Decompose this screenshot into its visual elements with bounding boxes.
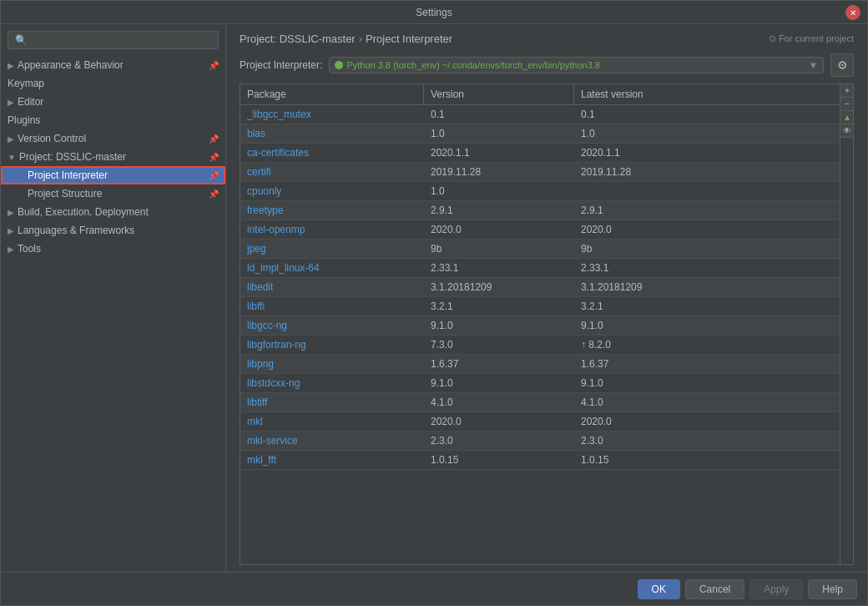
package-name: blas <box>240 124 424 143</box>
bottom-bar: OK Cancel Apply Help <box>1 572 867 605</box>
table-row[interactable]: libffi3.2.13.2.1 <box>240 297 853 316</box>
table-row[interactable]: _libgcc_mutex0.10.1 <box>240 105 853 124</box>
sidebar-item-label: Languages & Frameworks <box>18 225 134 236</box>
package-version: 1.0 <box>424 182 574 200</box>
package-version: 9.1.0 <box>424 316 574 335</box>
table-row[interactable]: libtiff4.1.04.1.0 <box>240 393 853 412</box>
cancel-button[interactable]: Cancel <box>685 579 744 599</box>
sidebar-item-keymap[interactable]: Keymap <box>1 74 225 93</box>
breadcrumb-page: Project Interpreter <box>366 33 452 45</box>
sidebar-item-plugins[interactable]: Plugins <box>1 111 225 129</box>
update-package-button[interactable]: ▲ <box>840 111 854 124</box>
show-details-button[interactable]: 👁 <box>840 124 854 138</box>
table-side-buttons: + − ▲ 👁 <box>840 84 853 564</box>
package-name: ca-certificates <box>240 144 424 162</box>
sidebar-item-label: Keymap <box>8 78 44 89</box>
package-version: 2.9.1 <box>424 201 574 220</box>
sidebar-item-version-control[interactable]: ▶ Version Control 📌 <box>1 129 225 148</box>
sidebar-item-build-exec-deploy[interactable]: ▶ Build, Execution, Deployment <box>1 203 225 221</box>
search-box[interactable]: 🔍 <box>8 31 219 49</box>
close-button[interactable]: ✕ <box>845 5 860 20</box>
table-row[interactable]: mkl-service2.3.02.3.0 <box>240 432 853 451</box>
title-bar: Settings ✕ <box>1 1 867 24</box>
col-header-version: Version <box>424 84 574 104</box>
table-row[interactable]: intel-openmp2020.02020.0 <box>240 220 853 240</box>
main-content: 🔍 ▶ Appearance & Behavior 📌 Keymap ▶ Edi… <box>1 24 867 572</box>
table-row[interactable]: libedit3.1.201812093.1.20181209 <box>240 278 853 297</box>
table-row[interactable]: jpeg9b9b <box>240 240 853 259</box>
table-row[interactable]: freetype2.9.12.9.1 <box>240 201 853 220</box>
package-name: libgcc-ng <box>240 316 424 335</box>
interpreter-select[interactable]: Python 3.8 (torch_env) ~/.conda/envs/tor… <box>329 57 824 73</box>
col-header-latest: Latest version <box>574 84 853 104</box>
apply-button[interactable]: Apply <box>749 579 803 599</box>
package-version: 2020.0 <box>424 412 574 431</box>
table-row[interactable]: mkl2020.02020.0 <box>240 412 853 432</box>
package-latest-version: 2020.1.1 <box>574 144 853 162</box>
package-latest-version: 4.1.0 <box>574 393 853 412</box>
package-version: 2.3.0 <box>424 432 574 450</box>
table-row[interactable]: ld_impl_linux-642.33.12.33.1 <box>240 259 853 278</box>
pin-icon: 📌 <box>209 134 219 144</box>
expand-arrow-icon: ▶ <box>8 98 14 107</box>
package-version: 2020.0 <box>424 220 574 239</box>
table-row[interactable]: mkl_fft1.0.151.0.15 <box>240 451 853 470</box>
sidebar-item-editor[interactable]: ▶ Editor <box>1 93 225 111</box>
package-latest-version: 9.1.0 <box>574 374 853 392</box>
sidebar-item-project-dsslic[interactable]: ▼ Project: DSSLIC-master 📌 <box>1 148 225 166</box>
package-name: cpuonly <box>240 182 424 200</box>
package-latest-version: 1.0.15 <box>574 451 853 469</box>
package-version: 7.3.0 <box>424 336 574 354</box>
interpreter-row: Project Interpreter: Python 3.8 (torch_e… <box>226 50 867 83</box>
ok-button[interactable]: OK <box>638 579 680 599</box>
package-version: 1.0.15 <box>424 451 574 469</box>
package-latest-version <box>574 182 853 200</box>
table-row[interactable]: libgfortran-ng7.3.0↑ 8.2.0 <box>240 336 853 355</box>
table-row[interactable]: certifi2019.11.282019.11.28 <box>240 163 853 182</box>
expand-arrow-icon: ▶ <box>8 245 14 254</box>
sidebar-item-project-structure[interactable]: Project Structure 📌 <box>1 184 225 203</box>
table-row[interactable]: libpng1.6.371.6.37 <box>240 355 853 374</box>
remove-package-button[interactable]: − <box>840 98 854 111</box>
interpreter-label: Project Interpreter: <box>240 59 322 71</box>
package-version: 3.1.20181209 <box>424 278 574 296</box>
package-latest-version: 2020.0 <box>574 412 853 431</box>
sidebar-item-project-interpreter[interactable]: Project Interpreter 📌 <box>1 166 225 184</box>
expand-arrow-icon: ▶ <box>8 208 14 217</box>
sidebar-item-label: Editor <box>18 96 43 108</box>
chevron-down-icon: ▼ <box>809 60 818 70</box>
help-button[interactable]: Help <box>808 579 857 599</box>
pin-icon: 📌 <box>209 61 219 70</box>
table-row[interactable]: libstdcxx-ng9.1.09.1.0 <box>240 374 853 393</box>
sidebar-item-label: Project Structure <box>28 188 102 199</box>
package-version: 4.1.0 <box>424 393 574 412</box>
package-name: mkl <box>240 412 424 431</box>
package-version: 2.33.1 <box>424 259 574 277</box>
sidebar-item-label: Tools <box>18 243 41 255</box>
pin-icon: 📌 <box>209 171 219 180</box>
gear-button[interactable]: ⚙ <box>830 53 854 77</box>
sidebar-item-appearance-behavior[interactable]: ▶ Appearance & Behavior 📌 <box>1 56 225 74</box>
package-version: 0.1 <box>424 105 574 124</box>
add-package-button[interactable]: + <box>840 84 854 98</box>
search-icon: 🔍 <box>15 34 28 46</box>
table-row[interactable]: ca-certificates2020.1.12020.1.1 <box>240 144 853 163</box>
table-row[interactable]: cpuonly1.0 <box>240 182 853 201</box>
table-row[interactable]: blas1.01.0 <box>240 124 853 144</box>
package-name: certifi <box>240 163 424 181</box>
expand-arrow-icon: ▶ <box>8 134 14 144</box>
package-latest-version: 2019.11.28 <box>574 163 853 181</box>
sidebar-item-languages-frameworks[interactable]: ▶ Languages & Frameworks <box>1 221 225 240</box>
package-latest-version: 2.9.1 <box>574 201 853 220</box>
package-name: mkl-service <box>240 432 424 450</box>
sidebar-item-tools[interactable]: ▶ Tools <box>1 240 225 258</box>
package-latest-version: 2.33.1 <box>574 259 853 277</box>
breadcrumb-separator: › <box>359 33 362 45</box>
package-name: libgfortran-ng <box>240 336 424 354</box>
package-latest-version: 2020.0 <box>574 220 853 239</box>
search-input[interactable] <box>31 34 211 46</box>
package-name: libffi <box>240 297 424 316</box>
package-name: mkl_fft <box>240 451 424 469</box>
table-row[interactable]: libgcc-ng9.1.09.1.0 <box>240 316 853 336</box>
package-name: jpeg <box>240 240 424 258</box>
